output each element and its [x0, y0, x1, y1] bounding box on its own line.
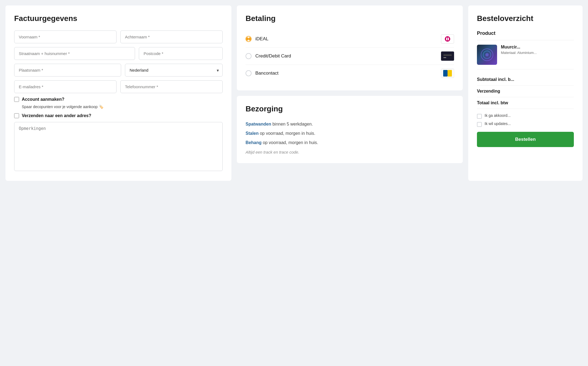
behang-label: Behang [246, 140, 262, 145]
middle-column: Betaling iDEAL Credit/Debit Car [237, 5, 463, 181]
bezorging-stalen: Stalen op voorraad, morgen in huis. [246, 130, 454, 137]
svg-point-1 [445, 36, 450, 42]
verzenden-checkbox[interactable] [14, 113, 19, 118]
bezorging-behang: Behang op voorraad, morgen in huis. [246, 139, 454, 146]
radio-bancontact[interactable] [246, 70, 252, 76]
betaling-panel: Betaling iDEAL Credit/Debit Car [237, 5, 463, 90]
product-thumbnail [477, 45, 497, 65]
achternaam-input[interactable] [120, 30, 223, 43]
account-label[interactable]: Account aanmaken? [22, 97, 64, 102]
besteloverzicht-panel: Besteloverzicht Product Muurcir... Mater… [468, 5, 583, 181]
product-details: Muurcir... Materiaal: Aluminium... [501, 45, 537, 55]
payment-card[interactable]: Credit/Debit Card [246, 48, 454, 65]
akkoord-row: Ik ga akkoord... [477, 113, 574, 119]
totaal-label: Totaal incl. btw [477, 100, 508, 105]
stalen-label: Stalen [246, 131, 259, 136]
telefoon-input[interactable] [120, 80, 223, 93]
svg-rect-8 [443, 70, 448, 77]
track-text: Altijd een track en trace code. [246, 150, 454, 154]
name-row [14, 30, 223, 43]
subtotaal-label: Subtotaal incl. b... [477, 77, 514, 82]
product-section-label: Product [477, 30, 574, 40]
card-icon [441, 51, 454, 61]
straatnaam-input[interactable] [14, 47, 135, 60]
svg-rect-2 [446, 38, 447, 40]
totaal-row: Totaal incl. btw [477, 97, 574, 109]
product-image [477, 45, 497, 65]
bancontact-label: Bancontact [255, 71, 437, 76]
factuur-title: Factuurgegevens [14, 14, 223, 23]
svg-rect-5 [443, 54, 452, 56]
bezorging-panel: Bezorging Spatwanden binnen 5 werkdagen.… [237, 96, 463, 163]
svg-rect-4 [443, 52, 452, 60]
factuur-panel: Factuurgegevens Nederland België Duitsla… [5, 5, 231, 181]
bezorging-spatwanden: Spatwanden binnen 5 werkdagen. [246, 121, 454, 127]
product-name: Muurcir... [501, 45, 537, 50]
city-row: Nederland België Duitsland ▾ [14, 64, 223, 77]
updates-row: Ik wil updates... [477, 121, 574, 127]
akkoord-text: Ik ga akkoord... [485, 113, 511, 118]
bancontact-icon [441, 69, 454, 78]
account-sub: Spaar decopunten voor je volgende aankoo… [22, 105, 223, 109]
verzenden-label[interactable]: Verzenden naar een ander adres? [22, 113, 91, 118]
akkoord-checkbox[interactable] [477, 114, 482, 119]
bezorging-title: Bezorging [246, 105, 454, 113]
product-sub: Materiaal: Aluminium... [501, 51, 537, 55]
payment-ideal[interactable]: iDEAL [246, 30, 454, 48]
verzending-label: Verzending [477, 89, 500, 94]
account-checkbox[interactable] [14, 97, 19, 102]
updates-checkbox[interactable] [477, 122, 482, 127]
ideal-label: iDEAL [255, 36, 437, 42]
address-row [14, 47, 223, 60]
updates-text: Ik wil updates... [485, 121, 511, 126]
voornaam-input[interactable] [14, 30, 117, 43]
spatwanden-text: binnen 5 werkdagen. [272, 122, 313, 126]
betaling-title: Betaling [246, 14, 454, 23]
land-select[interactable]: Nederland België Duitsland [125, 64, 223, 77]
besteloverzicht-title: Besteloverzicht [477, 14, 574, 23]
svg-point-12 [485, 53, 489, 56]
contact-row [14, 80, 223, 93]
account-row: Account aanmaken? [14, 97, 223, 102]
postcode-input[interactable] [139, 47, 223, 60]
plaatsnaam-input[interactable] [14, 64, 121, 77]
subtotaal-row: Subtotaal incl. b... [477, 74, 574, 86]
product-item: Muurcir... Materiaal: Aluminium... [477, 45, 574, 69]
opmerkingen-textarea[interactable] [14, 122, 223, 171]
land-select-wrap: Nederland België Duitsland ▾ [125, 64, 223, 77]
payment-bancontact[interactable]: Bancontact [246, 65, 454, 82]
svg-rect-9 [448, 70, 452, 77]
svg-rect-6 [443, 57, 446, 58]
verzending-row: Verzending [477, 86, 574, 97]
behang-text: op voorraad, morgen in huis. [263, 140, 318, 145]
svg-rect-3 [448, 38, 449, 40]
stalen-text: op voorraad, morgen in huis. [260, 131, 315, 136]
opmerkingen-wrap [14, 122, 223, 172]
card-label: Credit/Debit Card [255, 53, 437, 59]
ideal-icon [441, 34, 454, 44]
email-input[interactable] [14, 80, 117, 93]
spatwanden-label: Spatwanden [246, 122, 271, 126]
radio-ideal[interactable] [246, 36, 252, 42]
order-button[interactable]: Bestellen [477, 132, 574, 147]
verzenden-row: Verzenden naar een ander adres? [14, 113, 223, 118]
radio-card[interactable] [246, 53, 252, 59]
